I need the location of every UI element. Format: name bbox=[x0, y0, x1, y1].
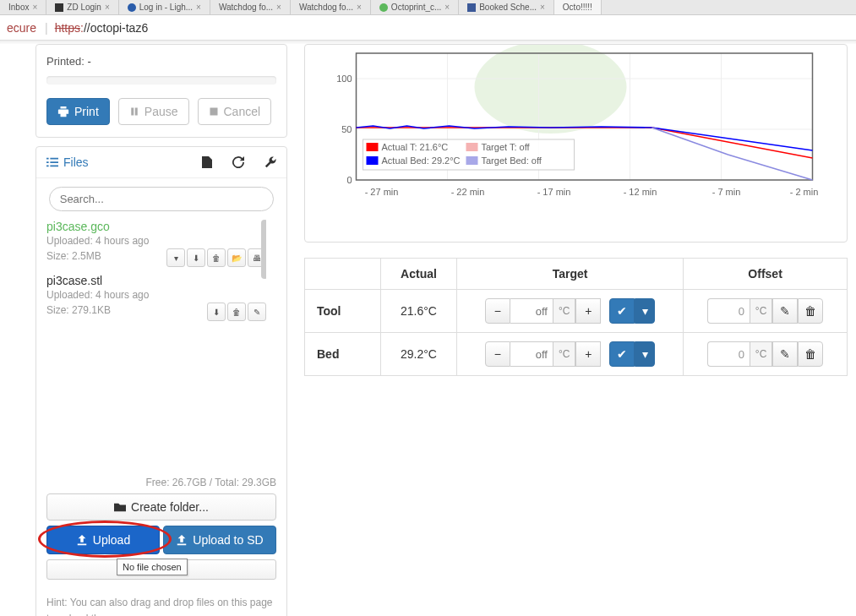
printed-value: - bbox=[87, 55, 90, 68]
browser-tab[interactable]: Octo!!!!! bbox=[554, 0, 602, 14]
refresh-icon[interactable] bbox=[232, 156, 244, 168]
svg-rect-24 bbox=[466, 143, 478, 151]
url-bar[interactable]: ecure | https://octopi-taz6 bbox=[0, 15, 856, 41]
close-icon[interactable]: × bbox=[540, 3, 545, 12]
storage-info: Free: 26.7GB / Total: 29.3GB bbox=[46, 477, 276, 488]
target-input[interactable] bbox=[510, 341, 553, 367]
folder-icon bbox=[114, 502, 126, 512]
svg-text:- 7 min: - 7 min bbox=[712, 187, 741, 197]
actual-temp: 21.6°C bbox=[381, 290, 457, 333]
unit-label: °C bbox=[750, 298, 772, 324]
slice-icon[interactable]: ✎ bbox=[248, 303, 266, 321]
browser-tab[interactable]: Log in - Ligh...× bbox=[119, 0, 210, 14]
unit-label: °C bbox=[750, 341, 772, 367]
browser-tab[interactable]: Inbox× bbox=[0, 0, 46, 14]
download-icon[interactable]: ⬇ bbox=[187, 248, 205, 267]
confirm-button[interactable]: ✔ bbox=[609, 298, 635, 324]
print-icon[interactable]: 🖶 bbox=[248, 248, 266, 267]
file-uploaded: Uploaded: 4 hours ago bbox=[46, 233, 266, 248]
wrench-icon[interactable] bbox=[264, 156, 276, 168]
svg-rect-26 bbox=[367, 156, 379, 165]
browser-tab[interactable]: Watchdog fo...× bbox=[210, 0, 291, 14]
target-dropdown[interactable]: ▾ bbox=[635, 341, 655, 367]
close-icon[interactable]: × bbox=[196, 3, 201, 12]
svg-text:0: 0 bbox=[346, 175, 352, 185]
offset-input[interactable] bbox=[707, 298, 750, 324]
col-actual: Actual bbox=[381, 259, 457, 290]
create-folder-button[interactable]: Create folder... bbox=[46, 493, 276, 521]
trash-icon[interactable]: 🗑 bbox=[227, 303, 246, 321]
file-item[interactable]: pi3case.stl Uploaded: 4 hours ago ⬇ 🗑 ✎ … bbox=[46, 274, 266, 328]
col-target: Target bbox=[457, 259, 684, 290]
progress-bar bbox=[46, 76, 276, 84]
favicon bbox=[379, 3, 388, 12]
minus-button[interactable]: − bbox=[485, 298, 510, 324]
close-icon[interactable]: × bbox=[357, 3, 362, 12]
file-uploaded: Uploaded: 4 hours ago bbox=[46, 287, 266, 303]
file-input-tooltip: No file chosen bbox=[117, 559, 188, 575]
stop-icon bbox=[209, 106, 219, 117]
svg-point-1 bbox=[475, 45, 627, 134]
edit-button[interactable]: ✎ bbox=[772, 341, 798, 367]
upload-to-sd-button[interactable]: Upload to SD bbox=[163, 526, 276, 554]
svg-text:Target T: off: Target T: off bbox=[482, 142, 531, 152]
browser-tab[interactable]: Octoprint_c...× bbox=[371, 0, 459, 14]
file-name: pi3case.stl bbox=[46, 274, 266, 287]
svg-rect-28 bbox=[466, 156, 478, 165]
close-icon[interactable]: × bbox=[276, 3, 281, 12]
close-icon[interactable]: × bbox=[105, 3, 110, 12]
row-label: Tool bbox=[305, 290, 381, 333]
offset-input[interactable] bbox=[707, 341, 750, 367]
url-protocol: https bbox=[55, 21, 80, 35]
trash-icon[interactable]: 🗑 bbox=[207, 248, 226, 267]
favicon bbox=[467, 3, 476, 12]
file-item[interactable]: pi3case.gco Uploaded: 4 hours ago ▾ ⬇ 🗑 … bbox=[46, 220, 266, 274]
insecure-label: ecure bbox=[7, 21, 36, 35]
cancel-button[interactable]: Cancel bbox=[198, 98, 272, 125]
print-button[interactable]: Print bbox=[46, 98, 110, 125]
file-icon[interactable] bbox=[202, 156, 212, 168]
minus-button[interactable]: − bbox=[485, 341, 510, 367]
edit-button[interactable]: ✎ bbox=[772, 298, 798, 324]
upload-icon bbox=[76, 534, 88, 546]
target-dropdown[interactable]: ▾ bbox=[635, 298, 655, 324]
target-input[interactable] bbox=[510, 298, 553, 324]
files-title[interactable]: Files bbox=[46, 155, 89, 169]
state-panel: Printed: - Print Pause Cancel bbox=[35, 44, 287, 138]
plus-button[interactable]: + bbox=[575, 298, 601, 324]
temperature-table: Actual Target Offset Tool 21.6°C − °C + … bbox=[304, 258, 848, 376]
trash-button[interactable]: 🗑 bbox=[798, 298, 823, 324]
browser-tab[interactable]: Watchdog fo...× bbox=[291, 0, 371, 14]
close-icon[interactable]: × bbox=[444, 3, 450, 12]
temperature-chart: 0 50 100 - 27 min - 22 min - 17 min - 12… bbox=[304, 44, 848, 243]
trash-button[interactable]: 🗑 bbox=[798, 341, 823, 367]
chevron-down-icon[interactable]: ▾ bbox=[166, 248, 185, 267]
folder-open-icon[interactable]: 📂 bbox=[227, 248, 246, 267]
file-input[interactable]: No file chosen bbox=[46, 559, 276, 580]
svg-rect-0 bbox=[210, 108, 217, 116]
svg-text:50: 50 bbox=[341, 124, 352, 134]
browser-tab[interactable]: Booked Sche...× bbox=[459, 0, 554, 14]
upload-button[interactable]: Upload bbox=[46, 526, 160, 554]
row-label: Bed bbox=[305, 333, 381, 376]
upload-icon bbox=[176, 534, 188, 546]
close-icon[interactable]: × bbox=[32, 3, 37, 12]
browser-tab[interactable]: ZD Login× bbox=[46, 0, 118, 14]
svg-text:Actual Bed: 29.2°C: Actual Bed: 29.2°C bbox=[382, 155, 461, 166]
files-panel: Files pi3case.gco Uploaded: 4 hours ago … bbox=[35, 146, 287, 616]
url-host: //octopi-taz6 bbox=[84, 21, 148, 35]
pause-button[interactable]: Pause bbox=[118, 98, 189, 125]
confirm-button[interactable]: ✔ bbox=[609, 341, 635, 367]
svg-text:100: 100 bbox=[336, 74, 352, 84]
download-icon[interactable]: ⬇ bbox=[207, 303, 226, 321]
svg-text:- 2 min: - 2 min bbox=[790, 187, 819, 197]
search-input[interactable] bbox=[49, 187, 275, 211]
favicon bbox=[128, 3, 136, 12]
svg-text:Target Bed: off: Target Bed: off bbox=[482, 155, 542, 166]
file-name: pi3case.gco bbox=[46, 220, 266, 233]
plus-button[interactable]: + bbox=[575, 341, 601, 367]
unit-label: °C bbox=[553, 298, 575, 324]
table-row: Tool 21.6°C − °C + ✔ ▾ bbox=[305, 290, 848, 333]
file-list[interactable]: pi3case.gco Uploaded: 4 hours ago ▾ ⬇ 🗑 … bbox=[46, 220, 276, 473]
print-icon bbox=[57, 106, 69, 117]
